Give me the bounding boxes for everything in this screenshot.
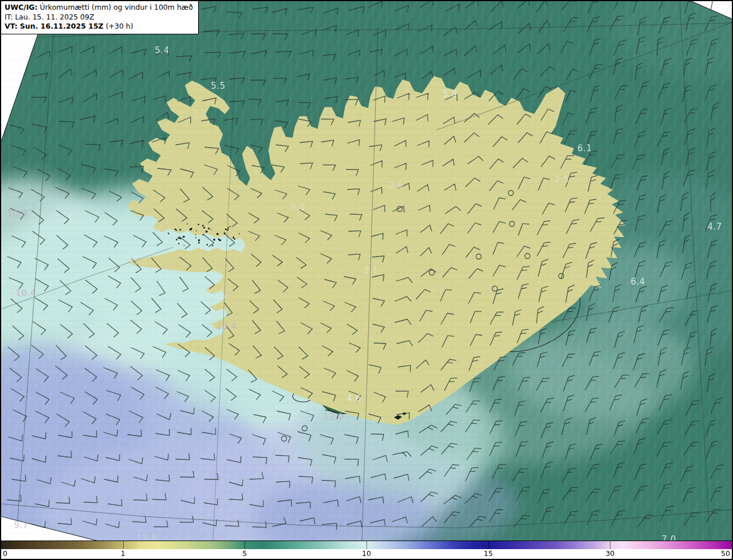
colorbar-tick-label: 5 <box>242 549 247 558</box>
colorbar-tick-label: 15 <box>484 549 493 558</box>
colorbar-tick <box>245 541 245 549</box>
forecast-lead: (+30 h) <box>104 22 133 30</box>
title-line-2: IT: Lau. 15. 11. 2025 09Z <box>5 13 193 22</box>
product-description: Úrkomumætti (mm) og vindur i 100m hæð <box>38 3 193 11</box>
map-canvas: 5.45.53.15.96.12.52.63.04.74.310.910.46.… <box>1 1 732 541</box>
product-id: UWC/IG: <box>5 3 38 11</box>
colorbar-tick-labels: 01510153050 <box>1 549 732 558</box>
precipitation-colorbar: 01510153050 <box>1 541 732 559</box>
init-time: IT: Lau. 15. 11. 2025 09Z <box>5 13 94 21</box>
colorbar-gradient <box>1 541 732 549</box>
valid-time: VT: Sun. 16.11.2025 15Z <box>5 22 104 30</box>
weather-map-frame: 5.45.53.15.96.12.52.63.04.74.310.910.46.… <box>0 0 733 560</box>
colorbar-tick-label: 30 <box>605 549 614 558</box>
colorbar-tick-label: 1 <box>121 549 125 558</box>
colorbar-tick <box>123 541 124 549</box>
colorbar-tick-label: 50 <box>721 549 730 558</box>
colorbar-tick <box>488 541 489 549</box>
colorbar-tick-label: 0 <box>3 549 7 558</box>
colorbar-tick <box>366 541 367 549</box>
title-box: UWC/IG: Úrkomumætti (mm) og vindur i 100… <box>1 1 199 34</box>
title-line-1: UWC/IG: Úrkomumætti (mm) og vindur i 100… <box>5 3 193 13</box>
iceland-precip-wind-map <box>1 1 732 541</box>
colorbar-tick <box>610 541 610 549</box>
title-line-3: VT: Sun. 16.11.2025 15Z (+30 h) <box>5 22 193 31</box>
colorbar-tick-label: 10 <box>362 549 371 558</box>
